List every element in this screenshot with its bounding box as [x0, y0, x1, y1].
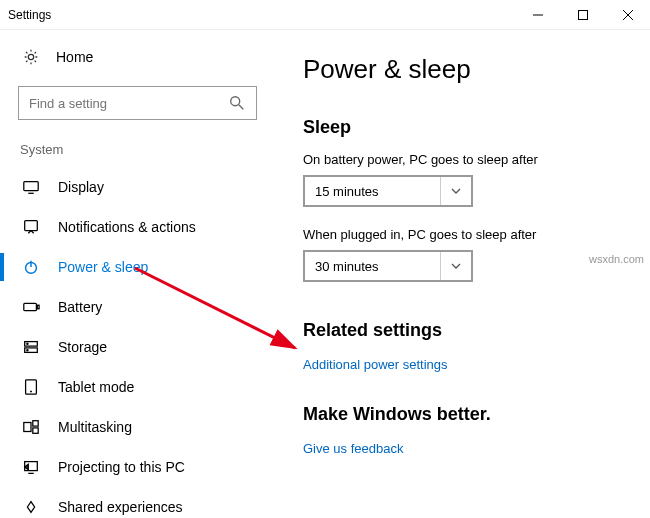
- svg-point-4: [28, 54, 33, 59]
- svg-rect-12: [24, 303, 37, 310]
- battery-sleep-value: 15 minutes: [315, 184, 379, 199]
- svg-rect-1: [578, 10, 587, 19]
- chevron-down-icon: [440, 177, 461, 205]
- sidebar-item-shared[interactable]: Shared experiences: [18, 487, 257, 518]
- related-heading: Related settings: [303, 320, 622, 341]
- svg-rect-7: [24, 182, 38, 191]
- multitasking-icon: [22, 418, 40, 436]
- sidebar-item-label: Power & sleep: [58, 259, 148, 275]
- display-icon: [22, 178, 40, 196]
- svg-point-5: [231, 97, 240, 106]
- additional-power-settings-link[interactable]: Additional power settings: [303, 357, 448, 372]
- plugged-sleep-label: When plugged in, PC goes to sleep after: [303, 227, 622, 242]
- sidebar: Home System Display Notifications & acti…: [0, 30, 275, 518]
- maximize-button[interactable]: [560, 0, 605, 30]
- projecting-icon: [22, 458, 40, 476]
- sidebar-item-notifications[interactable]: Notifications & actions: [18, 207, 257, 247]
- sidebar-item-label: Shared experiences: [58, 499, 183, 515]
- sidebar-item-multitasking[interactable]: Multitasking: [18, 407, 257, 447]
- sidebar-item-storage[interactable]: Storage: [18, 327, 257, 367]
- plugged-sleep-select[interactable]: 30 minutes: [303, 250, 473, 282]
- sidebar-item-label: Tablet mode: [58, 379, 134, 395]
- notifications-icon: [22, 218, 40, 236]
- window-title: Settings: [8, 8, 51, 22]
- gear-icon: [22, 48, 40, 66]
- main-panel: Power & sleep Sleep On battery power, PC…: [275, 30, 650, 518]
- shared-icon: [22, 498, 40, 516]
- plugged-sleep-value: 30 minutes: [315, 259, 379, 274]
- sidebar-item-display[interactable]: Display: [18, 167, 257, 207]
- chevron-down-icon: [440, 252, 461, 280]
- sidebar-item-battery[interactable]: Battery: [18, 287, 257, 327]
- sidebar-item-label: Multitasking: [58, 419, 132, 435]
- feedback-heading: Make Windows better.: [303, 404, 622, 425]
- battery-sleep-select[interactable]: 15 minutes: [303, 175, 473, 207]
- feedback-link[interactable]: Give us feedback: [303, 441, 403, 456]
- svg-point-16: [27, 343, 28, 344]
- svg-rect-20: [24, 423, 31, 432]
- page-title: Power & sleep: [303, 54, 622, 85]
- storage-icon: [22, 338, 40, 356]
- sidebar-item-label: Battery: [58, 299, 102, 315]
- sidebar-item-label: Projecting to this PC: [58, 459, 185, 475]
- power-icon: [22, 258, 40, 276]
- minimize-button[interactable]: [515, 0, 560, 30]
- sidebar-item-tablet[interactable]: Tablet mode: [18, 367, 257, 407]
- sidebar-item-projecting[interactable]: Projecting to this PC: [18, 447, 257, 487]
- sidebar-item-label: Display: [58, 179, 104, 195]
- home-label: Home: [56, 49, 93, 65]
- svg-point-17: [27, 350, 28, 351]
- svg-rect-13: [37, 305, 39, 309]
- svg-rect-22: [33, 428, 38, 433]
- battery-sleep-label: On battery power, PC goes to sleep after: [303, 152, 622, 167]
- sidebar-item-label: Storage: [58, 339, 107, 355]
- battery-icon: [22, 298, 40, 316]
- group-title: System: [18, 142, 257, 157]
- watermark: wsxdn.com: [589, 253, 644, 265]
- tablet-icon: [22, 378, 40, 396]
- sidebar-item-power-sleep[interactable]: Power & sleep: [18, 247, 257, 287]
- svg-rect-21: [33, 421, 38, 426]
- search-icon: [228, 94, 246, 112]
- svg-line-6: [239, 105, 244, 110]
- search-box[interactable]: [18, 86, 257, 120]
- titlebar: Settings: [0, 0, 650, 30]
- search-input[interactable]: [29, 96, 228, 111]
- svg-rect-9: [25, 221, 38, 231]
- window-controls: [515, 0, 650, 30]
- sidebar-item-label: Notifications & actions: [58, 219, 196, 235]
- home-button[interactable]: Home: [18, 42, 257, 72]
- sleep-heading: Sleep: [303, 117, 622, 138]
- close-button[interactable]: [605, 0, 650, 30]
